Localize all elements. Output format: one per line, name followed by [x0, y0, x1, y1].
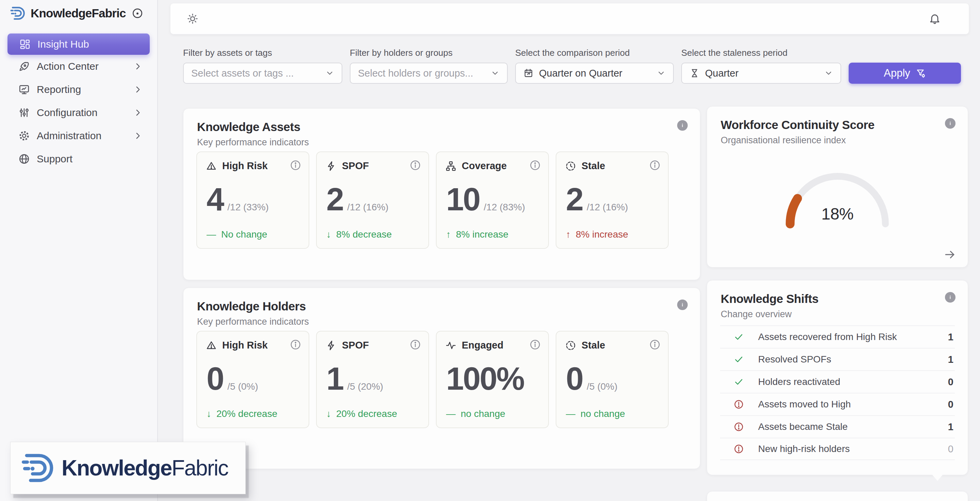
kpi-tiles-row: High Risk 0 /5 (0%) ↓ 20% decrease — [196, 331, 669, 428]
kpi-value: 2 — [566, 183, 582, 215]
kpi-ratio: /12 (83%) — [484, 202, 525, 213]
card-title: Knowledge Assets — [197, 120, 686, 134]
card-subtitle: Organisational resilience index — [721, 135, 954, 146]
brand: KnowledgeFabric — [0, 0, 157, 21]
delta-text: no change — [461, 409, 505, 419]
info-icon[interactable] — [530, 339, 541, 350]
chevron-right-icon — [134, 131, 142, 140]
card-subtitle: Key performance indicators — [197, 137, 686, 148]
sliders-icon — [18, 107, 30, 118]
shift-label: Assets moved to High — [758, 399, 851, 410]
workforce-continuity-card: Workforce Continuity Score Organisationa… — [707, 106, 968, 267]
shift-label: Assets recovered from High Risk — [758, 331, 897, 342]
filter-comparison-group: Select the comparison period Quarter on … — [515, 48, 674, 84]
apply-button[interactable]: Apply — [849, 63, 961, 84]
alert-circle-icon — [733, 399, 744, 409]
select-placeholder: Select assets or tags ... — [191, 68, 294, 79]
delta-text: no change — [581, 409, 625, 419]
kpi-label: SPOF — [342, 340, 369, 351]
chevron-down-icon — [325, 69, 334, 78]
sidebar-item-support[interactable]: Support — [0, 147, 157, 170]
kpi-tile-spof: SPOF 2 /12 (16%) ↓ 8% decrease — [316, 151, 429, 249]
lightning-icon — [326, 161, 337, 172]
kpi-ratio: /12 (16%) — [347, 202, 388, 213]
info-icon[interactable] — [410, 160, 421, 171]
card-title: Workforce Continuity Score — [721, 118, 954, 132]
target-dot-icon[interactable] — [132, 8, 143, 19]
info-icon[interactable] — [290, 160, 301, 171]
shift-value: 0 — [948, 444, 955, 455]
kpi-delta: ↑ 8% increase — [446, 229, 508, 240]
alert-circle-icon — [733, 422, 744, 432]
delta-direction-icon: ↓ — [326, 229, 331, 240]
sidebar-item-reporting[interactable]: Reporting — [0, 78, 157, 101]
theme-sun-icon[interactable] — [187, 13, 198, 24]
chevron-right-icon — [134, 85, 142, 94]
kpi-ratio: /12 (33%) — [227, 202, 269, 213]
check-icon — [733, 332, 744, 342]
sidebar-item-insight-hub[interactable]: Insight Hub — [8, 33, 150, 55]
kpi-delta: — no change — [446, 409, 505, 419]
kpi-label: High Risk — [222, 340, 268, 351]
monitor-report-icon — [18, 84, 30, 95]
knowledgefabric-logo-overlay: KnowledgeFabric — [10, 442, 246, 494]
holders-groups-select[interactable]: Select holders or groups... — [350, 63, 508, 84]
shift-row: Assets moved to High 0 — [720, 393, 955, 415]
card-pointer-tail — [932, 474, 943, 481]
delta-direction-icon: ↑ — [446, 229, 451, 240]
kpi-label: Engaged — [462, 340, 503, 351]
sidebar-item-administration[interactable]: Administration — [0, 124, 157, 147]
shift-value: 1 — [948, 331, 955, 343]
kpi-value: 4 — [207, 183, 223, 215]
shift-value: 1 — [948, 421, 955, 433]
info-icon[interactable] — [530, 160, 541, 171]
kpi-label: Stale — [582, 340, 605, 351]
knowledgefabric-logo-icon — [21, 451, 56, 485]
shift-row: Assets recovered from High Risk 1 — [720, 325, 955, 348]
info-icon[interactable] — [290, 339, 301, 350]
kpi-tile-stale: Stale 0 /5 (0%) — no change — [556, 331, 669, 428]
shift-list: Assets recovered from High Risk 1 Resolv… — [720, 325, 955, 460]
kpi-tile-engaged: Engaged 100% — no change — [436, 331, 549, 428]
staleness-period-select[interactable]: Quarter — [681, 63, 841, 84]
kpi-value: 0 — [566, 363, 582, 395]
check-icon — [733, 377, 744, 387]
shift-label: Assets became Stale — [758, 421, 848, 432]
sidebar: KnowledgeFabric Insight Hub — [0, 0, 158, 501]
knowledge-holders-card: Knowledge Holders Key performance indica… — [183, 288, 700, 469]
sidebar-item-action-center[interactable]: Action Center — [0, 55, 157, 78]
clock-dashed-icon — [565, 161, 576, 172]
info-icon[interactable] — [677, 120, 688, 131]
kpi-ratio: /5 (0%) — [227, 381, 258, 392]
card-subtitle: Change overview — [721, 309, 954, 320]
kpi-delta: ↓ 20% decrease — [326, 409, 397, 419]
top-bar — [170, 3, 969, 34]
arrow-right-icon[interactable] — [943, 248, 956, 261]
delta-direction-icon: ↑ — [566, 229, 571, 240]
info-icon[interactable] — [677, 299, 688, 310]
select-value: Quarter on Quarter — [539, 68, 622, 79]
pulse-icon — [445, 340, 456, 351]
shift-label: Resolved SPOFs — [758, 354, 831, 365]
info-icon[interactable] — [649, 339, 660, 350]
info-icon[interactable] — [945, 118, 956, 129]
shift-label: New high-risk holders — [758, 444, 850, 454]
sidebar-item-label: Administration — [37, 130, 102, 142]
info-icon[interactable] — [945, 292, 956, 302]
shift-label: Holders reactivated — [758, 377, 840, 387]
select-value: Quarter — [705, 68, 738, 79]
comparison-period-select[interactable]: Quarter on Quarter — [515, 63, 674, 84]
sidebar-item-configuration[interactable]: Configuration — [0, 101, 157, 124]
clock-dashed-icon — [565, 340, 576, 351]
filter-bar: Filter by assets or tags Select assets o… — [183, 48, 961, 84]
assets-tags-select[interactable]: Select assets or tags ... — [183, 63, 342, 84]
knowledge-shifts-card: Knowledge Shifts Change overview Assets … — [707, 280, 968, 475]
delta-direction-icon: ↓ — [326, 409, 331, 419]
notifications-bell-icon[interactable] — [929, 13, 941, 25]
alert-circle-icon — [733, 444, 744, 454]
info-icon[interactable] — [410, 339, 421, 350]
shift-row: Assets became Stale 1 — [720, 415, 955, 438]
info-icon[interactable] — [649, 160, 660, 171]
sidebar-item-label: Action Center — [37, 60, 99, 72]
filter-holders-group: Filter by holders or groups Select holde… — [350, 48, 508, 84]
